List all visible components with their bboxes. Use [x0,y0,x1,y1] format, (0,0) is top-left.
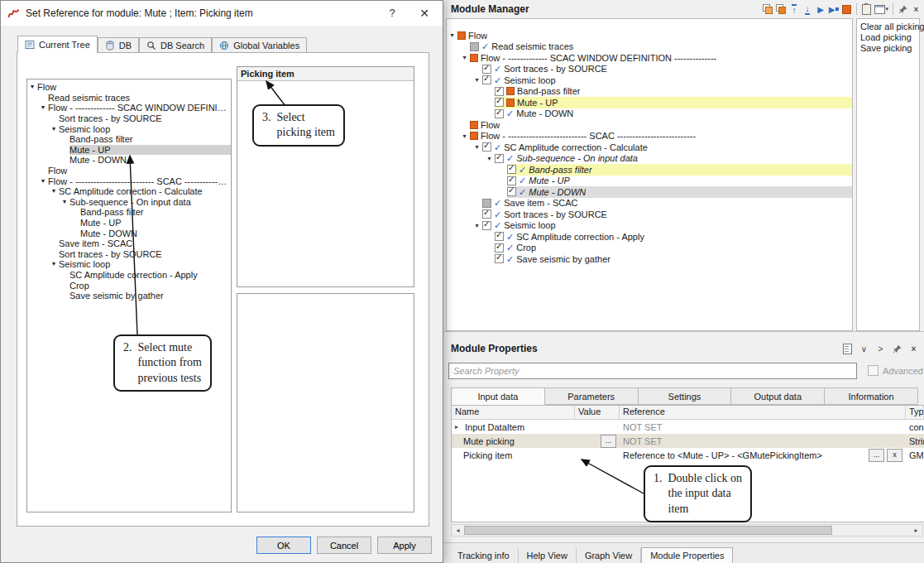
close-icon[interactable]: × [911,3,922,16]
expand-arrow-icon[interactable]: ▾ [459,52,470,63]
pin-icon[interactable] [898,3,908,16]
scroll-right-button[interactable]: ▸ [910,527,922,534]
module-item-mute-down[interactable]: ✓Mute - DOWN [447,186,852,198]
property-row-picking-item[interactable]: Picking itemReference to <Mute - UP> - <… [452,448,924,462]
module-item-read-seismic-traces[interactable]: ✓Read seismic traces [447,41,852,53]
module-item-mute-up[interactable]: ✓Mute - UP [447,176,852,187]
expand-arrow-icon[interactable]: ▾ [447,30,457,41]
expand-arrow-icon[interactable]: ▾ [49,259,59,269]
properties-page-icon[interactable] [842,343,853,355]
module-item-save-item-scac[interactable]: ✓Save item - SCAC [447,198,852,209]
module-item-seismic-loop[interactable]: ▾✓Seismic loop [447,220,852,232]
dialog-tree-item-band-pass-filter[interactable]: Band-pass filter [27,207,231,218]
dialog-tree-item-save-item-scac[interactable]: Save item - SCAC [27,238,231,249]
tab-current-tree[interactable]: Current Tree [17,36,98,53]
property-row-mute-picking[interactable]: Mute picking...NOT SETStrin [452,434,924,448]
module-checkbox[interactable] [482,221,491,230]
menu-item-clear-all-picking[interactable]: Clear all picking [857,22,919,32]
expand-arrow-icon[interactable]: ▾ [49,124,59,134]
tab-information[interactable]: Information [825,387,918,405]
dialog-tree-item-flow[interactable]: ▾Flow [27,82,231,93]
module-item-sort-traces-by-source[interactable]: ✓Sort traces - by SOURCE [447,209,852,220]
expand-arrow-icon[interactable]: ▾ [38,103,48,113]
stop-flow-icon[interactable] [841,3,852,16]
ok-button[interactable]: OK [256,537,311,554]
tab-output-data[interactable]: Output data [731,387,825,405]
expand-arrow-icon[interactable]: ▾ [484,153,495,164]
help-button[interactable]: ? [381,1,403,26]
expand-arrow-icon[interactable]: ▾ [49,186,59,196]
module-checkbox[interactable] [495,254,504,263]
dialog-titlebar[interactable]: Set Reference for module: Mute ; Item: P… [1,1,443,26]
module-checkbox[interactable] [495,154,504,163]
dialog-tree-item-flow-scac[interactable]: ▾Flow - -------------------------- SCAC … [27,176,231,186]
module-item-seismic-loop[interactable]: ▾✓Seismic loop [447,75,852,86]
menu-item-save-picking[interactable]: Save picking [857,43,919,54]
module-item-sc-amplitude-correction-calculat[interactable]: ▾✓SC Amplitude correction - Calculate [447,142,852,153]
module-checkbox[interactable] [482,75,491,84]
cancel-button[interactable]: Cancel [317,537,371,554]
dialog-tree-item-mute-up[interactable]: Mute - UP [27,145,231,156]
module-checkbox[interactable] [507,187,516,196]
clipboard-icon[interactable] [861,3,872,16]
export-flow-icon[interactable]: ↓ [802,3,812,16]
clear-reference-button[interactable]: x [887,449,902,462]
flow-paste-icon[interactable] [775,3,786,16]
module-item-mute-up[interactable]: Mute - UP [447,97,852,108]
dialog-tree-item-sc-amplitude-correction-apply[interactable]: SC Amplitude correction - Apply [27,270,231,281]
tab-input-data[interactable]: Input data [451,387,545,405]
checkbox-icon[interactable] [868,365,879,376]
module-item-crop[interactable]: ✓Crop [447,243,852,254]
bottom-tab-module-properties[interactable]: Module Properties [641,547,733,563]
picking-item-column-header[interactable]: Picking item [237,67,414,81]
module-item-save-seismic-by-g-ather[interactable]: ✓Save seismic by g​ather [447,253,852,265]
module-checkbox[interactable] [495,109,504,118]
advanced-checkbox[interactable]: Advanced [868,365,923,376]
module-checkbox[interactable] [507,176,516,185]
module-checkbox[interactable] [482,65,491,74]
dialog-tree-item-seismic-loop[interactable]: ▾Seismic loop [27,123,231,134]
dialog-tree-item-sub-sequence-on-input-data[interactable]: ▾Sub-sequence - On input data [27,197,231,208]
pin-icon[interactable] [892,343,902,355]
expand-arrow-icon[interactable]: ▾ [38,176,48,186]
scrollbar-thumb[interactable] [464,526,832,535]
tab-db[interactable]: DB [98,37,139,52]
browse-value-button[interactable]: ... [601,435,616,448]
module-checkbox[interactable] [495,232,504,241]
dialog-tree-item-read-seismic-traces[interactable]: Read seismic traces [27,93,231,103]
module-item-band-pass-filter[interactable]: ✓Band-pass filter [447,164,852,176]
close-icon[interactable]: × [908,343,919,355]
module-item-sort-traces-by-source[interactable]: ✓Sort traces - by SOURCE [447,64,852,75]
expand-arrow-icon[interactable]: ▾ [472,220,482,231]
property-row-input-dataitem[interactable]: ▸Input DataItemNOT SETcon [452,420,924,434]
module-checkbox[interactable] [482,142,491,152]
dialog-tree-item-flow[interactable]: Flow [27,166,231,176]
column-header-reference[interactable]: Reference [620,406,906,419]
dialog-tree-item-save-seismic-by-gather[interactable]: Save seismic by gather [27,291,231,301]
horizontal-scrollbar[interactable]: ◂ ▸ [451,524,923,537]
module-item-sc-amplitude-correction-apply[interactable]: ✓SC Amplitude correction - Apply [447,231,852,243]
run-interactive-icon[interactable]: ▶ [828,3,839,16]
expand-arrow-icon[interactable]: ▸ [455,423,465,431]
column-header-type[interactable]: Type [906,406,924,419]
module-item-mute-down[interactable]: ✓Mute - DOWN [447,108,852,120]
bottom-tab-help-view[interactable]: Help View [519,548,577,563]
module-checkbox[interactable] [495,98,504,107]
dialog-tree-item-mute-down[interactable]: Mute - DOWN [27,155,231,166]
dialog-tree-item-flow-scac-window-definition[interactable]: ▾Flow - ------------- SCAC WINDOW DEFINI… [27,103,231,113]
chevron-down-icon[interactable]: ∨ [859,343,869,355]
tab-settings[interactable]: Settings [639,387,732,405]
apply-button[interactable]: Apply [377,537,432,554]
module-item-sub-sequence-on-input-data[interactable]: ▾✓Sub-sequence - On input data [447,153,852,165]
module-checkbox[interactable] [482,209,491,219]
module-item-flow[interactable]: Flow [447,119,852,131]
tab-parameters[interactable]: Parameters [545,387,639,405]
column-header-name[interactable]: Name [452,406,575,419]
dialog-tree-item-sort-traces-by-source[interactable]: Sort traces - by SOURCE [27,113,231,124]
dialog-tree-item-sc-amplitude-correction-calculat[interactable]: ▾SC Amplitude correction - Calculate [27,186,231,197]
expand-arrow-icon[interactable]: ▾ [472,142,482,152]
module-item-flow[interactable]: ▾Flow [447,30,852,41]
tab-global-variables[interactable]: Global Variables [212,37,307,52]
tab-db-search[interactable]: DB Search [139,37,212,52]
dialog-tree-item-band-pass-filter[interactable]: Band-pass filter [27,134,231,145]
